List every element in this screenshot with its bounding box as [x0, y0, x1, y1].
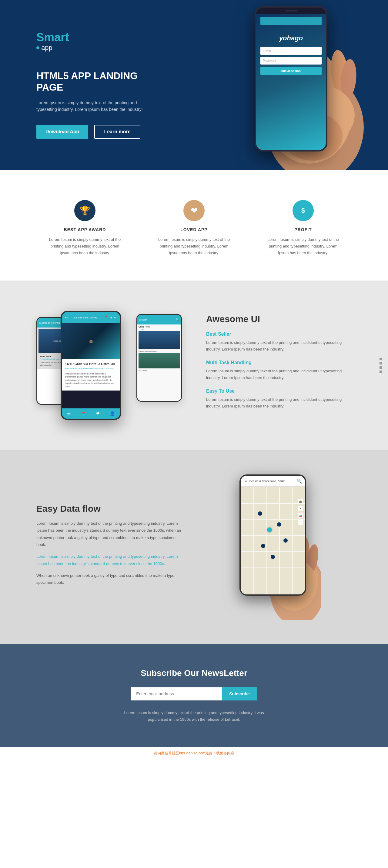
- dataflow-para-2: Lorem Ipsum is simply dummy text of the …: [36, 553, 182, 567]
- dollar-icon: $: [293, 200, 314, 221]
- hero-title: HTML5 APP LANDING PAGE: [36, 70, 146, 93]
- map-pin-2: [277, 522, 281, 527]
- logo-smart-text: Smart: [36, 31, 69, 43]
- dataflow-title: Easy Data flow: [36, 503, 182, 514]
- feature-loved-desc: Lorem Ipsum is simply dummy text of the …: [155, 236, 233, 256]
- newsletter-subscribe-button[interactable]: Subscribe: [222, 687, 257, 701]
- trophy-icon: 🏆: [74, 200, 95, 221]
- feature-easy-use-desc: Lorem Ipsum is simply dummy text of the …: [206, 396, 352, 410]
- dataflow-phone: La Línea de la Concepción, Cádiz 🔍: [206, 474, 352, 620]
- map-pin-4: [283, 538, 288, 542]
- heart-icon: ❤: [183, 200, 205, 221]
- phone-hotel-name: TRYP Gran Via Hotel 3 Estrellas: [65, 362, 117, 366]
- watermark-text: 访问微信号社区bbs.xienlao.com免费下载更多内容: [154, 751, 235, 755]
- phone-right: Location 🔍 Cadiz Hotel 1 night Palace Ho…: [137, 314, 182, 402]
- map-pin-3: [261, 544, 265, 548]
- map-side-icons: 🏨 ≡ 🚗 🍴: [298, 499, 303, 525]
- feature-profit-title: PROFIT: [264, 227, 342, 232]
- map-icon-fork: 🍴: [298, 520, 303, 525]
- map-pin-1: [258, 512, 262, 516]
- hero-content: Smart app HTML5 APP LANDING PAGE Lorem I…: [0, 7, 182, 163]
- showcase-content: Awesome UI Best Seller Lorem Ipsum is si…: [206, 314, 352, 417]
- hero-description: Lorem Ipsum is simply dummy text of the …: [36, 99, 146, 113]
- newsletter-email-input[interactable]: [131, 687, 222, 701]
- hero-section: Smart app HTML5 APP LANDING PAGE Lorem I…: [0, 0, 388, 170]
- newsletter-description: Lorem Ipsum is simply dummy text of the …: [118, 710, 270, 723]
- side-dot-1[interactable]: [380, 358, 382, 360]
- map-icon-hotel: 🏨: [298, 499, 303, 504]
- side-nav-dots: [380, 358, 382, 373]
- phone-email-placeholder: E-mail: [263, 50, 271, 53]
- logo: Smart app: [36, 31, 146, 52]
- dataflow-para-3: When an unknown printer took a galley of…: [36, 572, 182, 586]
- phone-logo-text: yohago: [279, 34, 303, 42]
- phone-main: ← La Línea de la Concep... 📍 ＋ ⋯ 🏨 TRYP …: [61, 311, 121, 420]
- feature-award-desc: Lorem Ipsum is simply dummy text of the …: [46, 236, 124, 256]
- logo-app-text: app: [36, 44, 146, 52]
- dataflow-section: Easy Data flow Lorem Ipsum is simply dum…: [0, 450, 388, 644]
- feature-multi-task: Multi Task Handling Lorem Ipsum is simpl…: [206, 360, 352, 381]
- logo-dot-icon: [36, 46, 39, 50]
- newsletter-form: Subscribe: [36, 687, 352, 701]
- features-grid: 🏆 BEST APP AWARD Lorem Ipsum is simply d…: [36, 200, 352, 256]
- feature-easy-use: Easy To Use Lorem Ipsum is simply dummy …: [206, 389, 352, 410]
- features-section: 🏆 BEST APP AWARD Lorem Ipsum is simply d…: [0, 170, 388, 281]
- dataflow-content: Easy Data flow Lorem Ipsum is simply dum…: [36, 503, 182, 591]
- map-icon-filter: ≡: [298, 506, 303, 511]
- phone-mockup: yohago E-mail Password Iniciar sesión: [255, 6, 327, 152]
- feature-best-seller-title: Best Seller: [206, 332, 352, 337]
- hero-phone-mockup: yohago E-mail Password Iniciar sesión: [236, 0, 364, 170]
- feature-loved-title: LOVED APP: [155, 227, 233, 232]
- side-dot-4[interactable]: [380, 371, 382, 373]
- side-dot-2[interactable]: [380, 362, 382, 365]
- logo-smart: Smart: [36, 31, 146, 44]
- phone-hotel-sub: Precio más barato Habitación sobre 1 noc…: [65, 367, 117, 370]
- dataflow-para-1: Lorem Ipsum is simply dummy text of the …: [36, 520, 182, 548]
- feature-item-profit: $ PROFIT Lorem Ipsum is simply dummy tex…: [264, 200, 342, 256]
- map-pin-active: [267, 527, 272, 532]
- feature-item-loved: ❤ LOVED APP Lorem Ipsum is simply dummy …: [155, 200, 233, 256]
- phone-login-btn: Iniciar sesión: [281, 69, 301, 73]
- phone-location: La Línea de la Concep...: [68, 316, 104, 319]
- map-phone-mockup: La Línea de la Concepción, Cádiz 🔍: [239, 474, 306, 596]
- phone-password-placeholder: Password: [263, 59, 276, 62]
- map-icon-car: 🚗: [298, 513, 303, 518]
- showcase-section: La Línea de la Concep... 🔍 Hotel Image H…: [0, 281, 388, 450]
- feature-multi-task-title: Multi Task Handling: [206, 360, 352, 365]
- map-location-text: La Línea de la Concepción, Cádiz: [244, 479, 285, 483]
- feature-multi-task-desc: Lorem Ipsum is simply dummy text of the …: [206, 368, 352, 381]
- map-pin-5: [271, 555, 275, 559]
- logo-app-label: app: [41, 44, 53, 52]
- side-dot-3[interactable]: [380, 366, 382, 369]
- newsletter-title: Subscribe Our NewsLetter: [36, 668, 352, 678]
- newsletter-section: Subscribe Our NewsLetter Subscribe Lorem…: [0, 644, 388, 747]
- map-search-icon: 🔍: [297, 479, 302, 484]
- feature-easy-use-title: Easy To Use: [206, 389, 352, 394]
- feature-award-title: BEST APP AWARD: [46, 227, 124, 232]
- showcase-title: Awesome UI: [206, 314, 352, 324]
- hero-buttons: Download App Learn more: [36, 125, 146, 139]
- showcase-phones: La Línea de la Concep... 🔍 Hotel Image H…: [36, 305, 182, 426]
- feature-best-seller: Best Seller Lorem Ipsum is simply dummy …: [206, 332, 352, 353]
- learn-more-button[interactable]: Learn more: [94, 125, 140, 139]
- feature-best-seller-desc: Lorem Ipsum is simply dummy text of the …: [206, 339, 352, 353]
- download-app-button[interactable]: Download App: [36, 125, 88, 139]
- watermark: 访问微信号社区bbs.xienlao.com免费下载更多内容: [0, 747, 388, 759]
- feature-item-award: 🏆 BEST APP AWARD Lorem Ipsum is simply d…: [46, 200, 124, 256]
- feature-profit-desc: Lorem Ipsum is simply dummy text of the …: [264, 236, 342, 256]
